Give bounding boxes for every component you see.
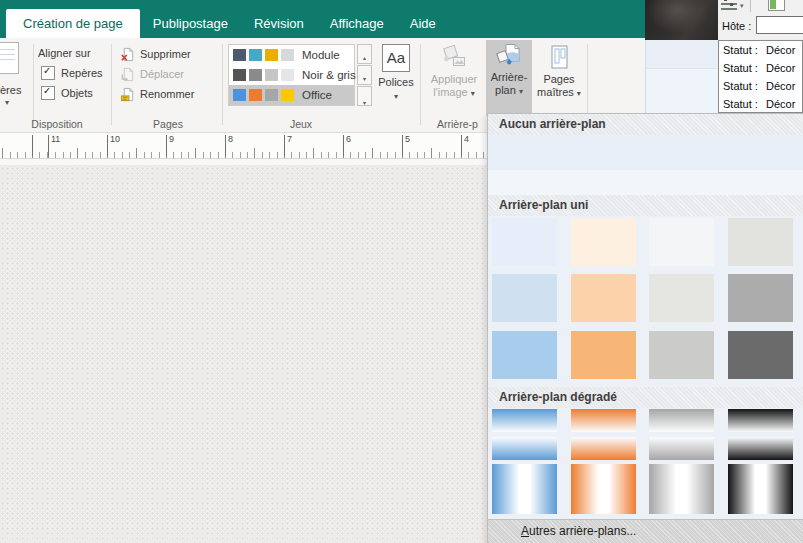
scheme-color-chip — [265, 69, 278, 81]
status-row: Statut : Décor — [719, 59, 802, 77]
host-label: Hôte : — [722, 20, 751, 32]
gradient-swatch[interactable] — [728, 409, 793, 432]
status-row: Statut : Décor — [719, 95, 802, 113]
delete-page-label: Supprimer — [140, 48, 191, 60]
chevron-down-icon: ▾ — [519, 87, 523, 96]
checkbox-objets[interactable]: ✓ Objets — [41, 86, 93, 100]
window-grid-icon[interactable] — [768, 0, 785, 11]
delete-page-button[interactable]: Supprimer — [120, 45, 191, 63]
ruler-numbers: 1110 98 76 54 — [0, 133, 488, 158]
solid-swatch-row — [492, 331, 793, 379]
gradient-swatch[interactable] — [571, 409, 636, 432]
solid-swatch[interactable] — [492, 218, 557, 266]
scheme-color-chip — [233, 69, 246, 81]
horizontal-ruler[interactable]: 1110 98 76 54 — [0, 133, 488, 159]
chevron-down-icon: ▾ — [577, 89, 581, 98]
scheme-gallery-more-button[interactable]: ▾ — [357, 86, 372, 106]
scheme-color-chip — [281, 69, 294, 81]
solid-swatch[interactable] — [728, 331, 793, 379]
tab-aide[interactable]: Aide — [397, 9, 449, 38]
chevron-down-icon: ▾ — [5, 98, 9, 107]
status-row: Statut : Décor — [719, 77, 802, 95]
background-label-line1: Arrière- — [486, 71, 532, 84]
no-background-option[interactable] — [488, 135, 803, 170]
solid-swatch[interactable] — [649, 218, 714, 266]
solid-swatch[interactable] — [649, 274, 714, 322]
status-value: Décor — [766, 80, 795, 92]
chevron-down-icon: ▾ — [394, 92, 398, 101]
solid-swatch[interactable] — [571, 274, 636, 322]
no-background-preview[interactable] — [488, 170, 803, 195]
solid-swatch[interactable] — [492, 274, 557, 322]
scheme-color-chip — [281, 89, 294, 101]
tab-affichage[interactable]: Affichage — [317, 9, 397, 38]
chevron-down-icon[interactable]: ▾ — [740, 2, 744, 10]
status-label: Statut : — [723, 98, 764, 110]
publisher-window: Création de page Publipostage Révision A… — [0, 0, 803, 543]
chevron-down-icon: ▾ — [471, 89, 475, 98]
window-background-strip — [645, 40, 718, 113]
gradient-swatch[interactable] — [649, 409, 714, 432]
scheme-gallery: Module Noir & gris Office — [228, 44, 355, 106]
scheme-label: Noir & gris — [302, 69, 356, 81]
scheme-scroll-down-button[interactable]: ▾ — [357, 65, 372, 85]
scheme-color-chip — [265, 89, 278, 101]
gradient-swatch[interactable] — [571, 437, 636, 460]
publication-canvas[interactable] — [0, 166, 488, 543]
tab-revision[interactable]: Révision — [241, 9, 317, 38]
checkbox-reperes[interactable]: ✓ Repères — [41, 66, 103, 80]
move-page-label: Déplacer — [140, 68, 184, 80]
scheme-office-selected[interactable]: Office — [229, 85, 354, 105]
solid-swatch[interactable] — [728, 274, 793, 322]
tab-publipostage[interactable]: Publipostage — [140, 9, 241, 38]
gradient-swatch[interactable] — [728, 437, 793, 460]
more-backgrounds-button[interactable]: Autres arrière-plans... — [488, 519, 803, 543]
status-label: Statut : — [723, 80, 764, 92]
gradient-swatch[interactable] — [492, 437, 557, 460]
group-divider — [33, 44, 34, 125]
gradient-swatch[interactable] — [649, 437, 714, 460]
master-pages-label-line2: maîtres — [537, 86, 574, 98]
host-input[interactable] — [756, 16, 803, 34]
scheme-color-chip — [233, 49, 246, 61]
solid-swatch[interactable] — [728, 218, 793, 266]
delete-page-icon — [120, 47, 135, 62]
gradient-swatch[interactable] — [649, 464, 714, 514]
status-value: Décor — [766, 62, 795, 74]
scheme-color-chip — [233, 89, 246, 101]
tab-creation-de-page[interactable]: Création de page — [6, 9, 140, 38]
gradient-swatch[interactable] — [571, 464, 636, 514]
rename-page-label: Renommer — [140, 88, 194, 100]
status-label: Statut : — [723, 62, 764, 74]
solid-swatch[interactable] — [571, 331, 636, 379]
settings-sliders-icon[interactable] — [721, 0, 737, 11]
gradient-swatch[interactable] — [728, 464, 793, 514]
reperes-button-partial[interactable]: ères ▾ — [0, 41, 31, 123]
status-list: Statut : Décor Statut : Décor Statut : D… — [718, 40, 803, 113]
scheme-noir-et-gris[interactable]: Noir & gris — [229, 65, 354, 85]
move-page-icon — [120, 67, 135, 82]
more-backgrounds-accelerator: A — [521, 524, 529, 538]
scheme-color-chip — [249, 49, 262, 61]
gradient-swatch[interactable] — [492, 409, 557, 432]
scheme-label: Office — [302, 89, 332, 101]
solid-swatch[interactable] — [571, 218, 636, 266]
fonts-button[interactable]: Aa Polices ▾ — [374, 42, 418, 116]
align-on-label: Aligner sur — [38, 47, 91, 59]
group-label-jeux: Jeux — [228, 118, 374, 130]
apply-image-button[interactable]: Appliquer l'image ▾ — [424, 42, 484, 116]
status-row: Statut : Décor — [719, 41, 802, 59]
checkbox-icon: ✓ — [41, 86, 55, 100]
solid-swatch-row — [492, 274, 793, 322]
solid-swatch[interactable] — [649, 331, 714, 379]
solid-swatch[interactable] — [492, 331, 557, 379]
host-status-panel: ▾ Hôte : Statut : Décor Statut : Décor S… — [718, 0, 803, 113]
checkbox-objets-label: Objets — [61, 87, 93, 99]
scheme-module[interactable]: Module — [229, 45, 354, 65]
move-page-button[interactable]: Déplacer — [120, 65, 184, 83]
rename-page-button[interactable]: Renommer — [120, 85, 194, 103]
master-pages-button[interactable]: Pages maîtres ▾ — [534, 42, 584, 116]
scheme-scroll-up-button[interactable]: ▴ — [357, 44, 372, 64]
background-button[interactable]: Arrière- plan ▾ — [486, 40, 532, 116]
gradient-swatch[interactable] — [492, 464, 557, 514]
